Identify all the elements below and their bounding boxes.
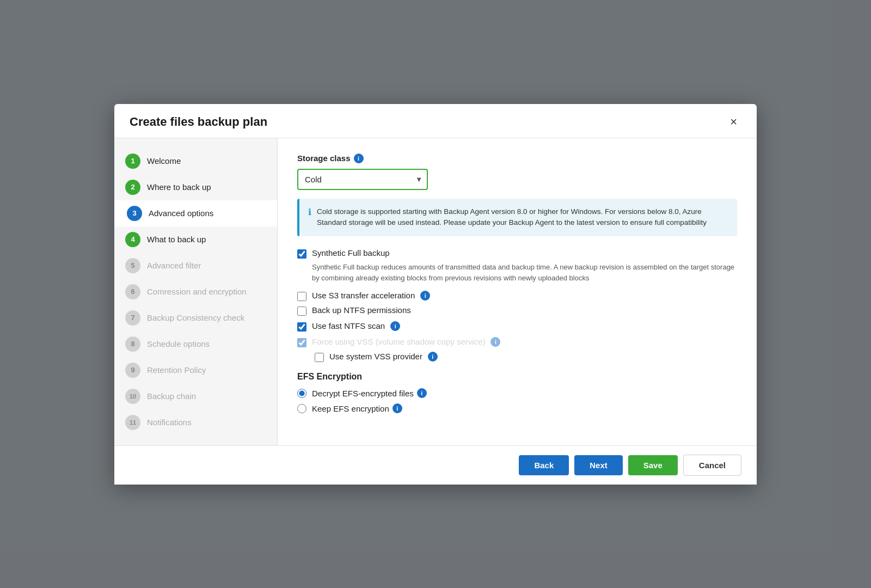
step-circle-4: 4 [125,232,140,247]
sidebar-label-where: Where to back up [147,182,211,192]
storage-class-select[interactable]: Cold Hot Archive [297,169,428,190]
info-box-icon: ℹ [308,207,311,217]
s3-acceleration-label: Use S3 transfer acceleration [312,291,415,300]
ntfs-permissions-row: Back up NTFS permissions [297,305,737,316]
step-circle-9: 9 [125,363,140,378]
sidebar-label-compression: Comression and encryption [147,287,247,296]
back-button[interactable]: Back [519,455,569,475]
modal-header: Create files backup plan × [114,104,757,138]
close-button[interactable]: × [726,114,741,130]
info-box-text: Cold storage is supported starting with … [317,206,728,229]
sidebar-item-welcome[interactable]: 1 Welcome [114,148,277,174]
modal-title: Create files backup plan [130,115,267,129]
step-circle-5: 5 [125,258,140,273]
sidebar-label-chain: Backup chain [147,391,196,401]
synthetic-full-label[interactable]: Synthetic Full backup [312,248,390,258]
system-vss-info-icon[interactable]: i [428,352,438,362]
ntfs-permissions-label[interactable]: Back up NTFS permissions [312,305,411,315]
decrypt-efs-row: Decrypt EFS-encrypted files i [297,388,737,398]
step-circle-2: 2 [125,180,140,195]
s3-acceleration-row: Use S3 transfer acceleration i [297,291,737,301]
sidebar-item-advanced-options[interactable]: 3 Advanced options [114,200,277,226]
s3-acceleration-info-icon[interactable]: i [420,291,430,301]
sidebar-item-schedule[interactable]: 8 Schedule options [114,331,277,357]
step-circle-8: 8 [125,336,140,352]
modal-body: 1 Welcome 2 Where to back up 3 Advanced … [114,138,757,445]
sidebar-item-what-to-back-up[interactable]: 4 What to back up [114,226,277,253]
decrypt-efs-radio[interactable] [297,389,306,398]
force-vss-label: Force using VSS (volume shadow copy serv… [312,337,485,346]
sidebar-item-where-to-back-up[interactable]: 2 Where to back up [114,174,277,200]
keep-efs-row: Keep EFS encryption i [297,403,737,413]
step-circle-3: 3 [127,206,142,221]
sidebar-label-consistency: Backup Consistency check [147,313,244,322]
sidebar-label-filter: Advanced filter [147,261,201,270]
sidebar-item-consistency[interactable]: 7 Backup Consistency check [114,305,277,331]
fast-ntfs-info-icon[interactable]: i [390,321,400,331]
step-circle-7: 7 [125,310,140,326]
modal-dialog: Create files backup plan × 1 Welcome 2 W… [114,104,757,485]
s3-acceleration-checkbox[interactable] [297,292,306,301]
sidebar-label-retention: Retention Policy [147,365,206,375]
sidebar-item-backup-chain[interactable]: 10 Backup chain [114,383,277,409]
force-vss-checkbox[interactable] [297,338,306,347]
sidebar-item-retention[interactable]: 9 Retention Policy [114,357,277,383]
keep-efs-info-icon[interactable]: i [392,403,402,413]
storage-class-label: Storage class i [297,154,737,163]
fast-ntfs-row: Use fast NTFS scan i [297,321,737,332]
sidebar-label-welcome: Welcome [147,156,181,166]
sidebar-label-schedule: Schedule options [147,339,210,348]
step-circle-10: 10 [125,389,140,404]
cancel-button[interactable]: Cancel [683,455,741,476]
sidebar-item-compression[interactable]: 6 Comression and encryption [114,279,277,305]
force-vss-row: Force using VSS (volume shadow copy serv… [297,337,737,347]
fast-ntfs-label: Use fast NTFS scan [312,321,385,330]
save-button[interactable]: Save [628,455,678,475]
storage-class-select-wrapper: Cold Hot Archive ▼ [297,169,428,190]
storage-info-box: ℹ Cold storage is supported starting wit… [297,199,737,237]
step-circle-1: 1 [125,154,140,169]
sidebar-item-advanced-filter[interactable]: 5 Advanced filter [114,253,277,279]
fast-ntfs-checkbox[interactable] [297,322,306,332]
efs-section-title: EFS Encryption [297,372,737,382]
system-vss-row: Use system VSS provider i [315,352,737,362]
system-vss-label: Use system VSS provider [329,352,422,361]
decrypt-efs-info-icon[interactable]: i [417,388,427,398]
system-vss-checkbox[interactable] [315,353,324,362]
storage-class-info-icon[interactable]: i [354,154,364,163]
next-button[interactable]: Next [574,455,623,475]
keep-efs-label: Keep EFS encryption i [312,403,402,413]
synthetic-full-row: Synthetic Full backup [297,248,737,259]
force-vss-info-icon[interactable]: i [490,337,500,347]
main-content: Storage class i Cold Hot Archive ▼ ℹ Col… [278,138,757,445]
keep-efs-radio[interactable] [297,404,306,413]
step-circle-11: 11 [125,415,140,430]
synthetic-full-desc: Synthetic Full backup reduces amounts of… [312,262,737,283]
sidebar-item-notifications[interactable]: 11 Notifications [114,409,277,436]
sidebar: 1 Welcome 2 Where to back up 3 Advanced … [114,138,278,445]
ntfs-permissions-checkbox[interactable] [297,307,306,316]
sidebar-label-notifications: Notifications [147,418,192,427]
synthetic-full-checkbox[interactable] [297,249,306,259]
sidebar-label-advanced: Advanced options [149,209,213,218]
sidebar-label-what: What to back up [147,235,206,244]
step-circle-6: 6 [125,284,140,299]
modal-footer: Back Next Save Cancel [114,445,757,485]
decrypt-efs-label: Decrypt EFS-encrypted files i [312,388,427,398]
